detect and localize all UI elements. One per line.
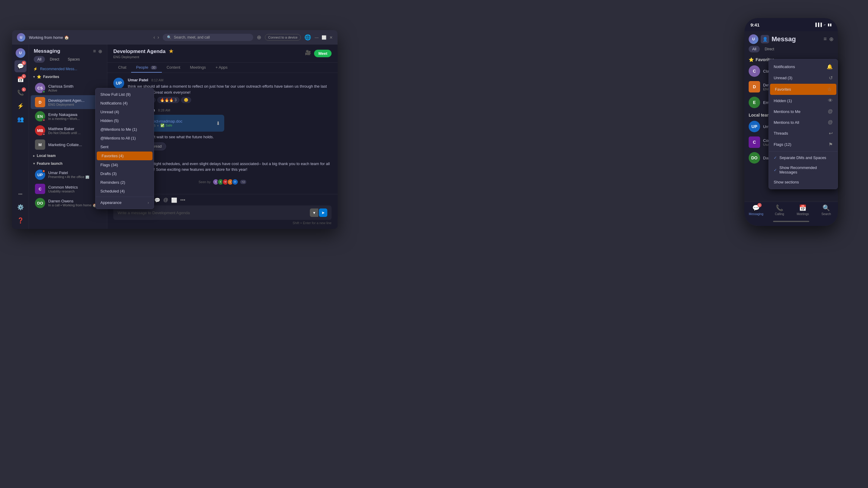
- menu-label: Sent: [100, 144, 108, 149]
- menu-item-appearance[interactable]: Appearance ›: [96, 198, 154, 207]
- message-text: +1 to that. Can't wait to see what the f…: [128, 134, 332, 140]
- recommended-messages[interactable]: ⚡ Recommended Mess...: [29, 65, 107, 73]
- phone-menu-flags[interactable]: Flags (12) ⚑: [769, 139, 838, 150]
- message-body: You 8:30 AM know we're on tight schedule…: [128, 155, 332, 173]
- menu-item-sent[interactable]: Sent: [96, 142, 154, 151]
- list-item[interactable]: MB Matthew Baker Do Not Disturb until ..…: [31, 124, 105, 137]
- phone-menu-separate-dms[interactable]: ✓ Separate DMs and Spaces: [769, 153, 838, 163]
- menu-item-mentions-me[interactable]: @Mentions to Me (1): [96, 125, 154, 134]
- menu-item-notifications[interactable]: Notifications (4): [96, 99, 154, 107]
- tab-meetings[interactable]: Meetings: [185, 63, 211, 73]
- mention-icon[interactable]: @: [163, 197, 168, 203]
- reaction[interactable]: 🔥🔥🔥 3: [157, 97, 179, 103]
- tab-content[interactable]: Content: [162, 63, 185, 73]
- phone-menu-mentions-me[interactable]: Mentions to Me @: [769, 106, 838, 117]
- input-hint: Shift + Enter for a new line: [113, 221, 332, 225]
- sidebar-item-help[interactable]: ❓: [14, 215, 27, 227]
- back-icon[interactable]: ‹: [153, 35, 155, 40]
- list-item[interactable]: UP Umar Patel Presenting • At the office…: [31, 168, 105, 182]
- tab-people[interactable]: People 30: [131, 63, 161, 73]
- thread-icon: ↩: [829, 130, 833, 136]
- menu-item-reminders[interactable]: Reminders (2): [96, 178, 154, 187]
- forward-icon[interactable]: ›: [157, 35, 159, 40]
- more-options-icon[interactable]: •••: [180, 197, 185, 203]
- list-item[interactable]: M Marketing Collate...: [31, 138, 105, 152]
- sidebar-item-messaging[interactable]: 💬 5: [14, 60, 27, 72]
- sidebar-item-calendar[interactable]: 📅 1: [14, 73, 27, 86]
- user-avatar[interactable]: U: [17, 33, 25, 41]
- menu-item-show-full-list[interactable]: Show Full List (9): [96, 90, 154, 99]
- compose-icon[interactable]: ⊕: [98, 48, 102, 54]
- tab-apps[interactable]: + Apps: [211, 63, 232, 73]
- list-item[interactable]: CS Clarissa Smith Active: [31, 81, 105, 95]
- list-item[interactable]: DO Darren Owens In a call • Working from…: [31, 196, 105, 210]
- contact-info: Common Metrics Usability research: [48, 185, 93, 193]
- menu-label: Hidden (5): [100, 119, 119, 123]
- menu-label: Notifications (4): [100, 101, 127, 105]
- sidebar-item-activity[interactable]: ⚡: [14, 100, 27, 112]
- phone-nav-messaging[interactable]: 💬 6 Messaging: [744, 204, 768, 216]
- sidebar-item-more[interactable]: •••: [14, 188, 27, 200]
- video-icon[interactable]: 🎥: [305, 50, 311, 57]
- file-meta: 24 KB • ✅ Safe: [147, 124, 213, 127]
- phone-menu-favorites[interactable]: Favorites ☆: [770, 84, 836, 95]
- reaction[interactable]: 😊: [181, 97, 191, 103]
- phone-avatar-icon[interactable]: 👤: [761, 35, 769, 43]
- phone-nav-calling[interactable]: 📞 Calling: [768, 204, 792, 216]
- menu-item-flags[interactable]: Flags (34): [96, 161, 154, 169]
- check-icon: ✓: [774, 156, 777, 160]
- tab-direct[interactable]: Direct: [46, 56, 63, 63]
- phone-user-avatar[interactable]: U: [749, 34, 758, 44]
- close-icon[interactable]: ✕: [330, 35, 333, 40]
- list-item[interactable]: C Common Metrics Usability research ●: [31, 182, 105, 196]
- phone-menu-threads[interactable]: Threads ↩: [769, 128, 838, 139]
- schedule-icon[interactable]: ⬜: [171, 197, 177, 203]
- list-item[interactable]: D Development Agen... ENG Deployment: [31, 95, 105, 109]
- menu-item-scheduled[interactable]: Scheduled (4): [96, 187, 154, 195]
- send-button[interactable]: ➤: [319, 208, 327, 217]
- menu-item-mentions-all[interactable]: @Mentions to All (1): [96, 134, 154, 142]
- nav-user-avatar[interactable]: U: [14, 47, 27, 59]
- maximize-icon[interactable]: ⬜: [321, 35, 327, 40]
- download-icon[interactable]: ⬇: [216, 121, 220, 126]
- phone-menu-show-recommended[interactable]: ✓ Show Recommended Messages: [769, 163, 838, 177]
- phone-menu-unread[interactable]: Unread (3) ↺: [769, 72, 838, 84]
- minimize-icon[interactable]: —: [315, 35, 318, 40]
- connect-button[interactable]: Connect to a device: [265, 34, 301, 41]
- chevron-right-icon: ›: [148, 201, 149, 205]
- favorite-star-icon[interactable]: ★: [169, 48, 173, 54]
- phone-nav-search[interactable]: 🔍 Search: [815, 204, 838, 216]
- contact-info: Emily Nakagawa In a meeting • Work...: [48, 112, 101, 121]
- menu-label: Favorites (4): [101, 154, 124, 158]
- favorites-section[interactable]: ▾ ⭐ Favorites: [29, 73, 107, 81]
- menu-item-hidden[interactable]: Hidden (5): [96, 116, 154, 125]
- battery-icon: ▮▮: [828, 23, 832, 27]
- phone-menu-mentions-all[interactable]: Mentions to All @: [769, 117, 838, 128]
- menu-item-drafts[interactable]: Drafts (3): [96, 169, 154, 178]
- phone-compose-icon[interactable]: ⊕: [829, 36, 834, 42]
- menu-item-favorites[interactable]: Favorites (4): [97, 152, 153, 160]
- phone-nav-meetings[interactable]: 📅 Meetings: [791, 204, 815, 216]
- menu-item-unread[interactable]: Unread (4): [96, 107, 154, 116]
- tab-chat[interactable]: Chat: [113, 63, 131, 73]
- tab-spaces[interactable]: Spaces: [64, 56, 84, 63]
- filter-icon[interactable]: ≡: [93, 48, 96, 54]
- sidebar-item-calls[interactable]: 📞 1: [14, 87, 27, 99]
- phone-menu-hidden[interactable]: Hidden (1) 👁: [769, 95, 838, 106]
- phone-menu-notifications[interactable]: Notifications 🔔: [769, 61, 838, 72]
- add-icon[interactable]: ⊕: [257, 34, 261, 41]
- search-bar[interactable]: 🔍 Search, meet, and call: [163, 34, 253, 41]
- send-dropdown-button[interactable]: ▾: [310, 208, 318, 217]
- sticker-icon[interactable]: 💬: [154, 197, 160, 203]
- tab-all[interactable]: All: [34, 56, 45, 63]
- phone-menu-show-sections[interactable]: Show sections: [769, 177, 838, 187]
- list-item[interactable]: EN Emily Nakagawa In a meeting • Work...: [31, 109, 105, 123]
- sidebar-item-settings[interactable]: ⚙️: [14, 201, 27, 213]
- phone-tab-all[interactable]: All: [749, 46, 760, 53]
- sidebar-item-teams[interactable]: 👥: [14, 113, 27, 125]
- meet-button[interactable]: Meet: [314, 50, 332, 57]
- people-count: 30: [151, 66, 157, 70]
- phone-list-icon[interactable]: ≡: [824, 36, 827, 42]
- phone-tab-direct[interactable]: Direct: [761, 46, 778, 53]
- contact-name: Umar Patel: [48, 170, 93, 175]
